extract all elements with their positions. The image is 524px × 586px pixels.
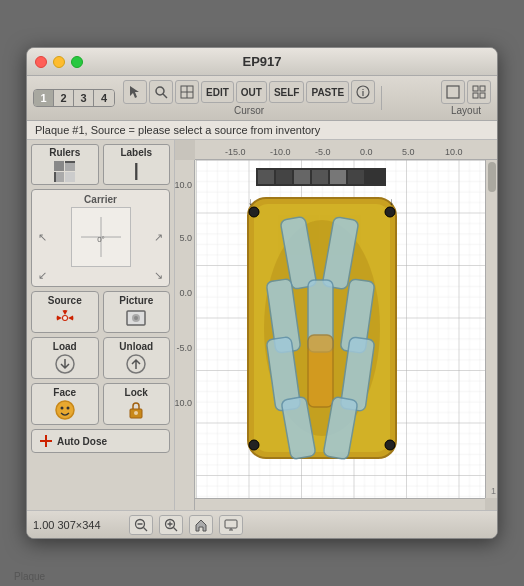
carrier-bottom-left-arrow[interactable]: ↙	[38, 269, 47, 282]
ruler-h-tick-0: -15.0	[225, 147, 246, 157]
carrier-box: Carrier ↖ 0° ↗ 0° ↙ ↘	[31, 189, 170, 287]
radiation-icon	[54, 307, 76, 329]
unload-btn[interactable]: Unload	[103, 337, 171, 379]
monitor-btn[interactable]	[219, 515, 243, 535]
maximize-button[interactable]	[71, 56, 83, 68]
ruler-v-tick-1: 5.0	[179, 233, 192, 243]
face-lock-row: Face Lock	[31, 383, 170, 425]
scrollbar-horizontal[interactable]	[195, 498, 485, 510]
svg-line-60	[144, 527, 148, 531]
lock-label: Lock	[125, 387, 148, 398]
svg-point-17	[63, 316, 67, 320]
carrier-left-arrow[interactable]: ↖	[38, 231, 47, 244]
carrier-right-arrow[interactable]: ↗	[154, 231, 163, 244]
load-label: Load	[53, 341, 77, 352]
svg-rect-39	[348, 170, 364, 184]
cursor-indicator-right: ↓	[389, 196, 394, 207]
minimize-button[interactable]	[53, 56, 65, 68]
cursor-label: Cursor	[234, 105, 264, 116]
svg-rect-36	[294, 170, 310, 184]
svg-rect-10	[480, 86, 485, 91]
ruler-h-tick-4: 5.0	[402, 147, 415, 157]
tab-1[interactable]: 1	[34, 90, 54, 106]
labels-btn[interactable]: Labels |	[103, 144, 171, 185]
info-tool-btn[interactable]: i	[351, 80, 375, 104]
face-btn[interactable]: Face	[31, 383, 99, 425]
plaque-tab-group: 1 2 3 4	[33, 89, 115, 107]
ruler-h-tick-3: 0.0	[360, 147, 373, 157]
svg-rect-35	[276, 170, 292, 184]
unload-icon	[125, 353, 147, 375]
window-title: EP917	[242, 54, 281, 69]
close-button[interactable]	[35, 56, 47, 68]
source-btn[interactable]: Source	[31, 291, 99, 333]
svg-rect-50	[308, 335, 333, 407]
svg-point-25	[66, 407, 69, 410]
load-btn[interactable]: Load	[31, 337, 99, 379]
svg-rect-11	[473, 93, 478, 98]
canvas-area[interactable]: -15.0 -10.0 -5.0 0.0 5.0 10.0 10.0 5.0 0…	[175, 140, 497, 510]
grid-tool-btn[interactable]	[175, 80, 199, 104]
canvas-svg: ↓ ↓	[195, 160, 497, 510]
svg-rect-38	[330, 170, 346, 184]
svg-rect-8	[447, 86, 459, 98]
main-window: EP917 1 2 3 4	[26, 47, 498, 539]
svg-point-20	[134, 316, 138, 320]
zoom-in-btn[interactable]	[159, 515, 183, 535]
layout-single-btn[interactable]	[441, 80, 465, 104]
svg-rect-65	[225, 520, 237, 528]
auto-dose-row: Auto Dose	[31, 429, 170, 453]
edit-tool-btn[interactable]: EDIT	[201, 81, 234, 103]
rulers-labels-row: Rulers Labels |	[31, 144, 170, 185]
svg-point-56	[249, 440, 259, 450]
svg-marker-0	[130, 86, 139, 98]
source-label: Source	[48, 295, 82, 306]
face-label: Face	[53, 387, 76, 398]
layout-tool-row	[441, 80, 491, 104]
status-bar: Plaque #1, Source = please select a sour…	[27, 121, 497, 140]
scroll-pos: 1	[491, 486, 496, 496]
canvas-image: ↓ ↓	[195, 160, 497, 510]
scrollbar-vertical[interactable]: 1	[485, 160, 497, 498]
load-icon	[54, 353, 76, 375]
carrier-bottom-right-arrow[interactable]: ↘	[154, 269, 163, 282]
face-icon	[54, 399, 76, 421]
svg-line-2	[163, 94, 167, 98]
picture-btn[interactable]: Picture	[103, 291, 171, 333]
tab-4[interactable]: 4	[94, 90, 114, 106]
auto-dose-label: Auto Dose	[57, 436, 107, 447]
zoom-out-btn[interactable]	[129, 515, 153, 535]
tab-2[interactable]: 2	[54, 90, 74, 106]
ruler-horizontal: -15.0 -10.0 -5.0 0.0 5.0 10.0	[195, 140, 497, 160]
svg-rect-40	[366, 170, 380, 184]
bottom-bar: 1.00 307×344	[27, 510, 497, 538]
load-unload-row: Load Unload	[31, 337, 170, 379]
lock-btn[interactable]: Lock	[103, 383, 171, 425]
ruler-v-tick-3: -5.0	[176, 343, 192, 353]
svg-point-24	[60, 407, 63, 410]
layout-grid-btn[interactable]	[467, 80, 491, 104]
scrollbar-thumb[interactable]	[488, 162, 496, 192]
layout-label: Layout	[451, 105, 481, 116]
main-area: Rulers Labels | Carrier ↖	[27, 140, 497, 510]
ruler-vertical: 10.0 5.0 0.0 -5.0 -10.0	[175, 160, 195, 510]
ruler-h-tick-5: 10.0	[445, 147, 463, 157]
lock-icon	[125, 399, 147, 421]
cursor-tool-btn[interactable]	[123, 80, 147, 104]
out-tool-btn[interactable]: OUT	[236, 81, 267, 103]
rulers-btn[interactable]: Rulers	[31, 144, 99, 185]
rulers-label: Rulers	[49, 147, 80, 158]
ruler-v-tick-2: 0.0	[179, 288, 192, 298]
toolbar-divider-1	[381, 86, 382, 110]
tab-3[interactable]: 3	[74, 90, 94, 106]
zoom-out-icon	[134, 518, 148, 532]
home-btn[interactable]	[189, 515, 213, 535]
auto-dose-btn[interactable]: Auto Dose	[31, 429, 170, 453]
zoom-tool-btn[interactable]	[149, 80, 173, 104]
ruler-v-tick-4: -10.0	[175, 398, 192, 408]
paste-tool-btn[interactable]: PASTE	[306, 81, 349, 103]
titlebar: EP917	[27, 48, 497, 76]
self-tool-btn[interactable]: SELF	[269, 81, 305, 103]
svg-point-57	[385, 440, 395, 450]
carrier-view: 0°	[71, 207, 131, 267]
